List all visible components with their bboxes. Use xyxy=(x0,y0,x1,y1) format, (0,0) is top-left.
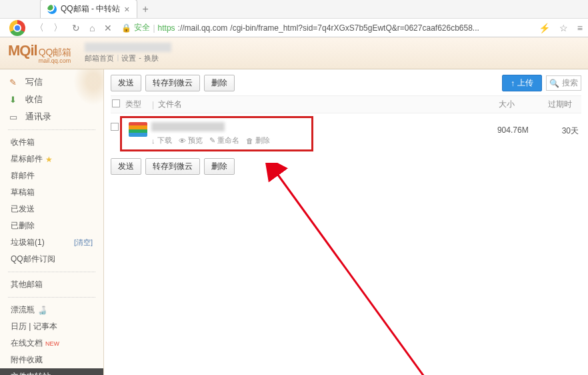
file-preview[interactable]: 👁预览 xyxy=(179,135,203,145)
file-delete[interactable]: 🗑删除 xyxy=(246,135,270,145)
bottom-toolbar: 发送 转存到微云 删除 xyxy=(111,158,581,175)
eye-icon: 👁 xyxy=(179,137,186,145)
trash-icon: 🗑 xyxy=(246,137,253,145)
star-icon: ★ xyxy=(45,155,53,164)
new-badge: NEW xyxy=(45,340,59,347)
file-size: 904.76M xyxy=(497,125,529,137)
sidebar-bottle[interactable]: 漂流瓶🍶 xyxy=(0,302,103,318)
logo-domain: mail.qq.com xyxy=(39,57,72,64)
secure-label: 安全 xyxy=(134,22,150,33)
contacts-icon: ▭ xyxy=(9,112,20,121)
home-icon[interactable]: ⌂ xyxy=(89,23,95,33)
col-name[interactable]: 文件名 xyxy=(154,99,473,110)
new-tab-button[interactable]: + xyxy=(137,1,154,18)
tab-title: QQ邮箱 - 中转站 xyxy=(61,3,120,15)
upload-arrow-icon: ↑ xyxy=(511,79,515,88)
upload-button[interactable]: ↑上传 xyxy=(502,75,542,91)
address-bar[interactable]: 🔒 安全 | https://mail.qq.com/cgi-bin/frame… xyxy=(121,22,529,33)
nav-home[interactable]: 邮箱首页 xyxy=(85,53,114,63)
username-redacted xyxy=(85,43,171,52)
bottle-icon: 🍶 xyxy=(37,306,47,315)
sidebar-spam[interactable]: 垃圾箱(1)[清空] xyxy=(0,234,103,251)
send-button[interactable]: 发送 xyxy=(111,75,141,91)
stop-icon[interactable]: ✕ xyxy=(104,23,112,33)
sidebar-subscription[interactable]: QQ邮件订阅 xyxy=(0,251,103,268)
mail-logo[interactable]: MQil QQ邮箱 mail.qq.com xyxy=(8,42,71,64)
tab-close-icon[interactable]: × xyxy=(124,4,129,15)
download-icon: ↓ xyxy=(151,137,155,145)
spam-clear-link[interactable]: [清空] xyxy=(74,238,93,248)
filename-redacted xyxy=(151,122,225,131)
qqmail-favicon xyxy=(47,5,57,14)
annotation-arrow xyxy=(264,163,437,375)
col-size[interactable]: 大小 xyxy=(473,99,540,110)
sidebar-receive[interactable]: ⬇收信 xyxy=(0,91,103,108)
sidebar-calendar[interactable]: 日历 | 记事本 xyxy=(0,318,103,335)
archive-file-icon xyxy=(129,122,147,137)
top-toolbar: 发送 转存到微云 删除 ↑上传 🔍搜索 xyxy=(111,75,581,91)
delete-button[interactable]: 删除 xyxy=(204,75,235,91)
sidebar-starred[interactable]: 星标邮件★ xyxy=(0,151,103,167)
sidebar-group[interactable]: 群邮件 xyxy=(0,167,103,184)
sidebar-deleted[interactable]: 已删除 xyxy=(0,218,103,234)
content-panel: 发送 转存到微云 删除 ↑上传 🔍搜索 类型 | 文件名 大小 过期时 ↓下 xyxy=(104,69,588,375)
mail-header: MQil QQ邮箱 mail.qq.com 邮箱首页 | 设置 - 换肤 xyxy=(0,37,588,69)
sidebar-favorites[interactable]: 附件收藏 xyxy=(0,352,103,368)
url-protocol: https xyxy=(158,23,175,33)
flash-icon[interactable]: ⚡ xyxy=(539,23,550,33)
reload-icon[interactable]: ↻ xyxy=(72,23,80,33)
file-download[interactable]: ↓下载 xyxy=(151,135,172,145)
sidebar-other-mailboxes[interactable]: 其他邮箱 xyxy=(0,276,103,293)
delete-button-2[interactable]: 删除 xyxy=(204,158,235,175)
sidebar: ✎写信 ⬇收信 ▭通讯录 收件箱 星标邮件★ 群邮件 草稿箱 已发送 已删除 垃… xyxy=(0,69,104,375)
back-icon[interactable]: 〈 xyxy=(35,22,44,34)
sidebar-inbox[interactable]: 收件箱 xyxy=(0,134,103,151)
save-cloud-button[interactable]: 转存到微云 xyxy=(145,75,200,91)
sidebar-compose[interactable]: ✎写信 xyxy=(0,73,103,91)
sidebar-sent[interactable]: 已发送 xyxy=(0,201,103,218)
search-icon: 🔍 xyxy=(549,79,559,88)
file-row-highlighted[interactable]: ↓下载 👁预览 ✎重命名 🗑删除 xyxy=(120,116,313,151)
send-button-2[interactable]: 发送 xyxy=(111,158,141,175)
file-expire: 30天 xyxy=(562,125,579,137)
select-all-checkbox[interactable] xyxy=(112,99,120,107)
url-host: ://mail.qq.com xyxy=(178,23,228,33)
menu-icon[interactable]: ≡ xyxy=(577,23,583,33)
file-checkbox[interactable] xyxy=(111,123,119,131)
search-box[interactable]: 🔍搜索 xyxy=(546,75,581,91)
file-table-header: 类型 | 文件名 大小 过期时 xyxy=(111,95,581,113)
nav-skin[interactable]: 换肤 xyxy=(144,53,159,63)
star-icon[interactable]: ☆ xyxy=(559,23,568,33)
pencil-small-icon: ✎ xyxy=(209,136,215,145)
sidebar-transfer[interactable]: 文件中转站 xyxy=(0,368,103,375)
nav-settings[interactable]: 设置 xyxy=(121,53,136,63)
logo-main: MQil xyxy=(8,42,37,59)
url-path: /cgi-bin/frame_html?sid=7q4rXGxS7b5gEwtQ… xyxy=(230,23,479,33)
browser-tab-bar: QQ邮箱 - 中转站 × + xyxy=(0,0,588,19)
sidebar-docs[interactable]: 在线文档NEW xyxy=(0,335,103,352)
forward-icon[interactable]: 〉 xyxy=(53,22,63,34)
browser-tab[interactable]: QQ邮箱 - 中转站 × xyxy=(40,0,137,18)
col-expire[interactable]: 过期时 xyxy=(540,99,580,110)
browser-toolbar: 〈 〉 ↻ ⌂ ✕ 🔒 安全 | https://mail.qq.com/cgi… xyxy=(0,19,588,37)
svg-line-0 xyxy=(276,172,424,375)
inbox-icon: ⬇ xyxy=(9,95,20,104)
chrome-logo-icon xyxy=(9,20,25,36)
header-user-block: 邮箱首页 | 设置 - 换肤 xyxy=(85,43,171,63)
sidebar-drafts[interactable]: 草稿箱 xyxy=(0,184,103,201)
pencil-icon: ✎ xyxy=(9,77,20,87)
file-rename[interactable]: ✎重命名 xyxy=(209,135,239,145)
save-cloud-button-2[interactable]: 转存到微云 xyxy=(145,158,200,175)
sidebar-contacts[interactable]: ▭通讯录 xyxy=(0,108,103,125)
col-type[interactable]: 类型 xyxy=(125,99,152,110)
